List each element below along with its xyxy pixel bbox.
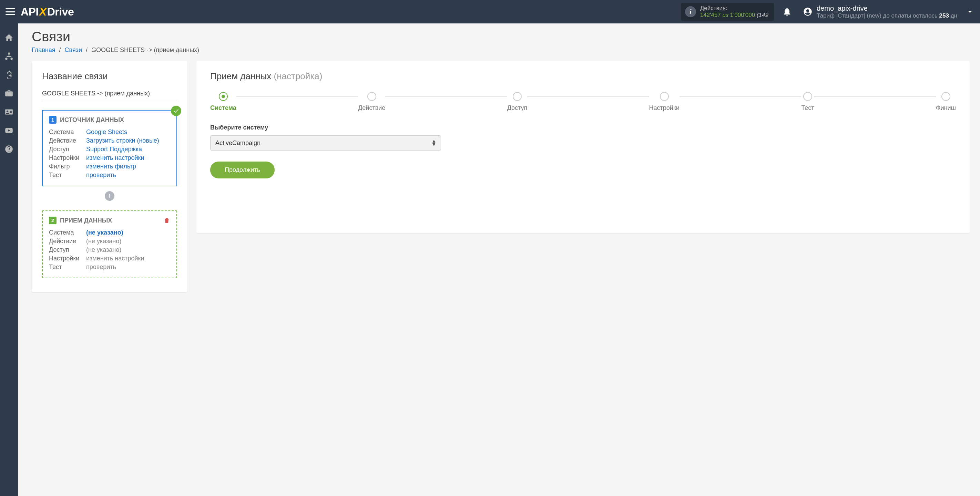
breadcrumb-home[interactable]: Главная: [32, 46, 56, 53]
youtube-icon[interactable]: [5, 126, 13, 135]
dest-settings-value: изменить настройки: [86, 255, 145, 262]
user-name: demo_apix-drive: [817, 5, 957, 13]
menu-toggle-button[interactable]: [5, 7, 15, 16]
step-тест[interactable]: Тест: [801, 92, 814, 111]
check-icon: [173, 108, 179, 114]
connection-sidebar-panel: Название связи 1 ИСТОЧНИК ДАННЫХ Система…: [32, 60, 188, 292]
config-panel-title: Прием данных (настройка): [210, 71, 956, 82]
dest-step-number: 2: [49, 217, 57, 224]
continue-button[interactable]: Продолжить: [210, 162, 275, 178]
logo-part-api: API: [21, 5, 38, 18]
logo-part-drive: Drive: [47, 5, 74, 18]
dest-access-value: (не указано): [86, 246, 121, 253]
system-select-label: Выберите систему: [210, 124, 956, 131]
logo-part-x: X: [39, 5, 46, 18]
user-plan: Тариф |Стандарт| (new) до оплаты осталос…: [817, 13, 957, 19]
dest-system-link[interactable]: (не указано): [86, 229, 123, 236]
source-settings-link[interactable]: изменить настройки: [86, 154, 145, 161]
main-content: Связи Главная / Связи / GOOGLE SHEETS ->…: [18, 24, 980, 302]
notifications-icon[interactable]: [782, 7, 792, 16]
source-card: 1 ИСТОЧНИК ДАННЫХ Система Google Sheets …: [42, 110, 177, 186]
help-icon[interactable]: [5, 145, 13, 154]
system-select[interactable]: ActiveCampaign: [210, 135, 441, 151]
step-действие[interactable]: Действие: [358, 92, 385, 111]
actions-quota-text: Действия: 142'457 из 1'000'000 (149: [700, 5, 768, 19]
left-sidebar: [0, 24, 18, 302]
dest-card-title: ПРИЕМ ДАННЫХ: [60, 217, 112, 224]
dest-action-value: (не указано): [86, 238, 121, 245]
step-доступ[interactable]: Доступ: [507, 92, 528, 111]
destination-card: 2 ПРИЕМ ДАННЫХ Система (не указано) Дейс…: [42, 210, 177, 278]
actions-quota-box[interactable]: i Действия: 142'457 из 1'000'000 (149: [681, 3, 774, 21]
dest-test-value: проверить: [86, 264, 116, 270]
app-logo[interactable]: API X Drive: [21, 5, 74, 18]
source-step-number: 1: [49, 116, 57, 124]
breadcrumb-current: GOOGLE SHEETS -> (прием данных): [91, 46, 199, 53]
step-система[interactable]: Система: [210, 92, 236, 111]
user-avatar-icon: [803, 7, 813, 16]
connections-icon[interactable]: [5, 52, 13, 60]
step-progress: СистемаДействиеДоступНастройкиТестФиниш: [210, 92, 956, 111]
id-card-icon[interactable]: [5, 108, 13, 116]
app-header: API X Drive i Действия: 142'457 из 1'000…: [0, 0, 980, 24]
briefcase-icon[interactable]: [5, 89, 13, 98]
source-card-title: ИСТОЧНИК ДАННЫХ: [60, 116, 124, 124]
source-filter-link[interactable]: изменить фильтр: [86, 163, 136, 170]
source-action-link[interactable]: Загрузить строки (новые): [86, 137, 159, 144]
source-access-link[interactable]: Support Поддержка: [86, 146, 142, 153]
source-system-link[interactable]: Google Sheets: [86, 129, 127, 135]
breadcrumb-links[interactable]: Связи: [65, 46, 82, 53]
connection-name-heading: Название связи: [42, 71, 177, 82]
page-title: Связи: [32, 29, 970, 45]
source-test-link[interactable]: проверить: [86, 172, 116, 178]
configuration-panel: Прием данных (настройка) СистемаДействие…: [196, 60, 970, 233]
user-block[interactable]: demo_apix-drive Тариф |Стандарт| (new) д…: [803, 5, 957, 19]
source-complete-badge: [171, 106, 181, 116]
info-icon: i: [685, 6, 696, 17]
step-настройки[interactable]: Настройки: [649, 92, 679, 111]
breadcrumb: Главная / Связи / GOOGLE SHEETS -> (прие…: [32, 46, 970, 54]
connection-name-input[interactable]: [42, 88, 177, 100]
home-icon[interactable]: [5, 33, 13, 42]
billing-icon[interactable]: [5, 70, 13, 79]
account-dropdown-caret-icon[interactable]: [966, 7, 975, 16]
step-финиш[interactable]: Финиш: [936, 92, 956, 111]
delete-destination-button[interactable]: [163, 217, 170, 224]
add-step-button[interactable]: +: [105, 191, 115, 201]
